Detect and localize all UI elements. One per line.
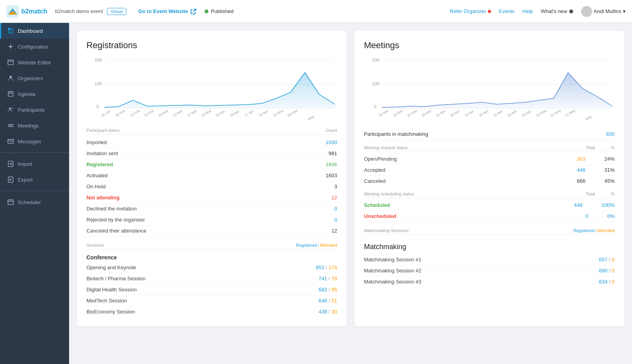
sidebar-label-export: Export <box>18 177 33 183</box>
request-row-pending: Open/Pending 353 24% <box>364 154 615 165</box>
svg-rect-6 <box>11 31 13 34</box>
messages-icon <box>8 138 14 144</box>
svg-text:10 Mar: 10 Mar <box>172 109 183 118</box>
svg-point-7 <box>9 45 12 48</box>
whatsnew-dot <box>569 9 573 13</box>
svg-text:01 May: 01 May <box>272 108 284 117</box>
sidebar-item-export[interactable]: Export <box>0 172 69 188</box>
stat-label: Activated <box>86 173 107 178</box>
svg-text:05 Apr: 05 Apr <box>449 109 460 118</box>
svg-text:200: 200 <box>94 58 102 62</box>
svg-text:24 Apr: 24 Apr <box>258 109 269 118</box>
svg-text:200: 200 <box>372 58 379 62</box>
meetings-card: Meetings 200 100 0 <box>354 31 624 326</box>
svg-text:23 Feb: 23 Feb <box>143 109 155 118</box>
session-row-1: Opening and Keynote 953 / 174 <box>86 262 337 273</box>
stat-row-imported: Imported 1000 <box>86 137 337 148</box>
stat-row-invitation: Invitation sent 981 <box>86 148 337 159</box>
stat-value: 0 <box>334 217 337 223</box>
sessions-header: Sessions Registered / Attended <box>86 243 337 250</box>
sidebar-label-dashboard: Dashboard <box>18 28 43 34</box>
meetings-chart: 200 100 0 16 Mar 20 Mar <box>364 57 615 120</box>
registered-label-m: Registered <box>574 228 594 233</box>
sidebar-label-configuration: Configuration <box>18 44 48 50</box>
request-label: Open/Pending <box>364 156 397 162</box>
svg-text:01 Apr: 01 Apr <box>215 109 226 118</box>
attended-label: Attended <box>320 243 337 248</box>
scheduling-pct: 100% <box>602 202 615 208</box>
meetings-icon <box>8 122 14 129</box>
session-values: 953 / 174 <box>316 265 337 270</box>
sidebar-divider-2 <box>0 191 69 191</box>
sidebar-item-meetings[interactable]: Meetings <box>0 118 69 133</box>
svg-rect-3 <box>8 28 10 30</box>
sidebar-label-import: Import <box>18 161 32 167</box>
svg-text:25 Apr: 25 Apr <box>507 109 518 118</box>
registrations-chart-svg: 200 100 0 <box>86 57 337 120</box>
sidebar-item-participants[interactable]: Participants <box>0 102 69 118</box>
matchmaking-title: Matchmaking <box>364 243 615 251</box>
refer-dot <box>488 10 491 13</box>
logo[interactable]: b2match <box>6 5 47 18</box>
matchmaking-row-3: Matchmaking Session #3 634 / 0 <box>364 276 615 287</box>
organizers-icon <box>8 75 14 81</box>
request-row-accepted: Accepted 448 31% <box>364 165 615 176</box>
whatsnew-link[interactable]: What's new <box>541 8 573 14</box>
session-row-3: Digital Health Session 682 / 85 <box>86 284 337 295</box>
svg-point-18 <box>11 124 13 127</box>
scheduling-pct: 0% <box>607 213 615 219</box>
svg-point-16 <box>11 108 13 109</box>
stat-row-activated: Activated 1603 <box>86 170 337 181</box>
sidebar-item-website-editor[interactable]: Website Editor <box>0 54 69 70</box>
sidebar-item-scheduler[interactable]: Scheduler <box>0 194 69 210</box>
request-total: 666 <box>577 178 585 184</box>
goto-event-link[interactable]: Go to Event Website <box>138 8 197 15</box>
stat-label: Declined the invitation <box>86 206 137 212</box>
sidebar-item-import[interactable]: Import <box>0 156 69 172</box>
scheduling-total: 448 <box>574 202 583 208</box>
participant-status-col: Participant status <box>86 128 120 133</box>
svg-text:29 Apr: 29 Apr <box>521 109 532 118</box>
registrations-card: Registrations 200 100 0 <box>77 31 347 326</box>
meetings-title: Meetings <box>364 40 615 51</box>
virtual-badge[interactable]: Virtual <box>107 8 126 15</box>
sidebar-item-organizers[interactable]: Organizers <box>0 70 69 86</box>
sidebar-label-agenda: Agenda <box>18 91 36 97</box>
matchmaking-session-values: 634 / 0 <box>599 279 615 285</box>
stat-value: 1606 <box>326 161 337 167</box>
scheduling-label: Unscheduled <box>364 213 396 219</box>
sidebar-label-messages: Messages <box>18 139 41 144</box>
refer-organizer-link[interactable]: Refer Organizer <box>450 8 491 14</box>
svg-text:09 Apr: 09 Apr <box>229 109 240 118</box>
stat-value: 1603 <box>326 173 337 178</box>
sidebar-item-dashboard[interactable]: Dashboard <box>0 23 69 39</box>
published-status: Published <box>204 8 233 14</box>
stat-value: 981 <box>328 150 337 156</box>
sidebar-item-messages[interactable]: Messages <box>0 133 69 149</box>
session-row-5: BioEconomy Session 436 / 30 <box>86 306 337 317</box>
sidebar-item-agenda[interactable]: Agenda <box>0 86 69 102</box>
request-pct: 24% <box>604 156 615 162</box>
svg-point-10 <box>9 76 12 78</box>
svg-text:11 May: 11 May <box>564 108 576 117</box>
participants-matchmaking-value: 830 <box>606 131 615 137</box>
sidebar-item-configuration[interactable]: Configuration <box>0 39 69 54</box>
stat-value: 3 <box>334 184 337 190</box>
user-menu[interactable]: Andi Mullins ▾ <box>581 6 626 17</box>
request-label: Accepted <box>364 167 385 173</box>
pct-col-label2: % <box>611 191 615 196</box>
events-link[interactable]: Events <box>499 8 515 14</box>
svg-point-15 <box>9 108 11 110</box>
svg-text:17 Mar: 17 Mar <box>186 109 198 118</box>
registrations-stats-header: Participant status Count <box>86 128 337 135</box>
svg-text:100: 100 <box>372 82 379 86</box>
session-label: MedTech Session <box>86 298 127 304</box>
scheduling-total: 0 <box>585 213 588 219</box>
svg-text:0: 0 <box>374 105 376 109</box>
matchmaking-session-label: Matchmaking Session #3 <box>364 279 421 285</box>
session-label: BioEconomy Session <box>86 309 135 315</box>
sidebar-label-website-editor: Website Editor <box>18 60 51 66</box>
svg-text:20 Mar: 20 Mar <box>392 109 403 118</box>
session-label: Opening and Keynote <box>86 265 136 270</box>
help-link[interactable]: Help <box>522 8 533 14</box>
